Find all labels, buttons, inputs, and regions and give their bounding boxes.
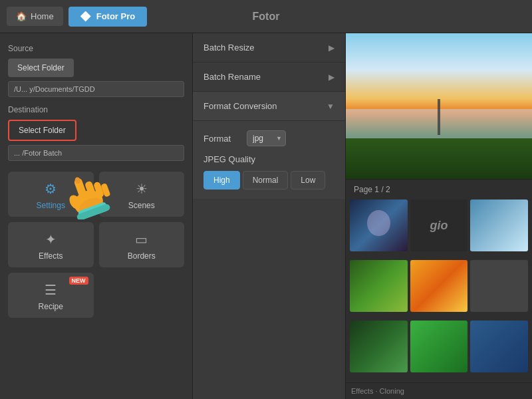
settings-icon: ⚙ <box>45 181 57 197</box>
destination-section: Destination Select Folder ... /Fotor Bat… <box>8 105 184 161</box>
source-section-label: Source <box>8 44 184 53</box>
thumbnail-2[interactable]: gio <box>410 200 468 251</box>
thumbnail-2-text: gio <box>430 219 448 233</box>
format-select-wrapper: jpg png webp bmp <box>247 130 286 146</box>
left-panel: Source Select Folder /U... y/Documents/T… <box>0 33 193 399</box>
dest-path-display: ... /Fotor Batch <box>8 145 184 161</box>
fotor-pro-label: Fotor Pro <box>96 11 136 21</box>
dest-select-folder-button[interactable]: Select Folder <box>8 120 76 141</box>
bottom-label: Effects · Cloning <box>346 382 532 399</box>
format-sub-panel: Format jpg png webp bmp JPEG Quality Hig… <box>193 121 345 199</box>
format-conversion-item[interactable]: Format Conversion ▼ <box>193 92 345 121</box>
tool-grid: ⚙ Settings ☀ Scenes ✦ Effects ▭ Borders … <box>8 172 184 318</box>
borders-tool-button[interactable]: ▭ Borders <box>99 222 185 267</box>
new-badge: NEW <box>69 277 88 285</box>
recipe-label: Recipe <box>39 302 63 311</box>
quality-normal-button[interactable]: Normal <box>243 171 289 190</box>
settings-tool-button[interactable]: ⚙ Settings <box>8 172 94 217</box>
scenes-icon: ☀ <box>136 181 148 197</box>
format-row: Format jpg png webp bmp <box>203 130 334 146</box>
home-label: Home <box>31 11 54 21</box>
format-select[interactable]: jpg png webp bmp <box>247 130 286 146</box>
scenes-tool-button[interactable]: ☀ Scenes <box>99 172 185 217</box>
diamond-icon <box>80 11 91 22</box>
thumbnails-grid: gio <box>346 200 532 382</box>
quality-high-button[interactable]: High <box>203 171 240 190</box>
format-conversion-label: Format Conversion <box>203 101 277 111</box>
format-conversion-arrow: ▼ <box>327 102 334 111</box>
destination-label: Destination <box>8 105 184 114</box>
home-icon: 🏠 <box>16 11 27 21</box>
source-select-folder-button[interactable]: Select Folder <box>8 59 74 77</box>
source-select-folder-label: Select Folder <box>17 63 65 72</box>
thumbnail-4[interactable] <box>350 260 408 312</box>
batch-resize-arrow: ▶ <box>329 43 334 53</box>
batch-rename-item[interactable]: Batch Rename ▶ <box>193 63 345 92</box>
batch-rename-arrow: ▶ <box>329 72 334 82</box>
format-label: Format <box>203 134 240 144</box>
top-bar: 🏠 Home Fotor Pro Fotor <box>0 0 532 33</box>
thumbnail-5[interactable] <box>410 260 468 312</box>
batch-resize-label: Batch Resize <box>203 43 255 53</box>
effects-tool-button[interactable]: ✦ Effects <box>8 222 94 267</box>
batch-rename-label: Batch Rename <box>203 72 261 82</box>
page-indicator: Page 1 / 2 <box>346 180 532 200</box>
batch-resize-item[interactable]: Batch Resize ▶ <box>193 33 345 63</box>
fotor-pro-button[interactable]: Fotor Pro <box>68 7 148 27</box>
effects-label: Effects <box>39 251 63 261</box>
jpeg-quality-label: JPEG Quality <box>203 154 334 164</box>
settings-label: Settings <box>37 201 65 210</box>
thumbnail-9[interactable] <box>470 321 528 372</box>
main-layout: Source Select Folder /U... y/Documents/T… <box>0 33 532 399</box>
thumbnail-1[interactable] <box>350 200 408 251</box>
home-button[interactable]: 🏠 Home <box>7 7 63 26</box>
thumbnail-7[interactable] <box>350 321 408 372</box>
app-title: Fotor <box>253 11 280 23</box>
mist-overlay <box>346 109 532 138</box>
borders-label: Borders <box>128 251 156 261</box>
borders-icon: ▭ <box>135 231 148 247</box>
page-current: 1 <box>374 185 379 194</box>
recipe-tool-button[interactable]: NEW ☰ Recipe <box>8 273 94 318</box>
effects-icon: ✦ <box>45 231 57 247</box>
dest-select-folder-label: Select Folder <box>19 126 66 135</box>
right-panel: Page 1 / 2 gio Effects · Cloning <box>346 33 532 399</box>
preview-image-area <box>346 33 532 180</box>
quality-buttons: High Normal Low <box>203 171 334 190</box>
source-path-display: /U... y/Documents/TGDD <box>8 81 184 97</box>
scenes-label: Scenes <box>128 201 155 210</box>
recipe-icon: ☰ <box>45 282 57 298</box>
quality-low-button[interactable]: Low <box>291 171 325 190</box>
preview-photo <box>346 33 532 179</box>
page-total: 2 <box>386 185 390 194</box>
thumbnail-6[interactable] <box>470 260 528 312</box>
thumbnail-8[interactable] <box>410 321 468 372</box>
thumbnail-3[interactable] <box>470 200 528 251</box>
middle-panel: Batch Resize ▶ Batch Rename ▶ Format Con… <box>193 33 346 399</box>
